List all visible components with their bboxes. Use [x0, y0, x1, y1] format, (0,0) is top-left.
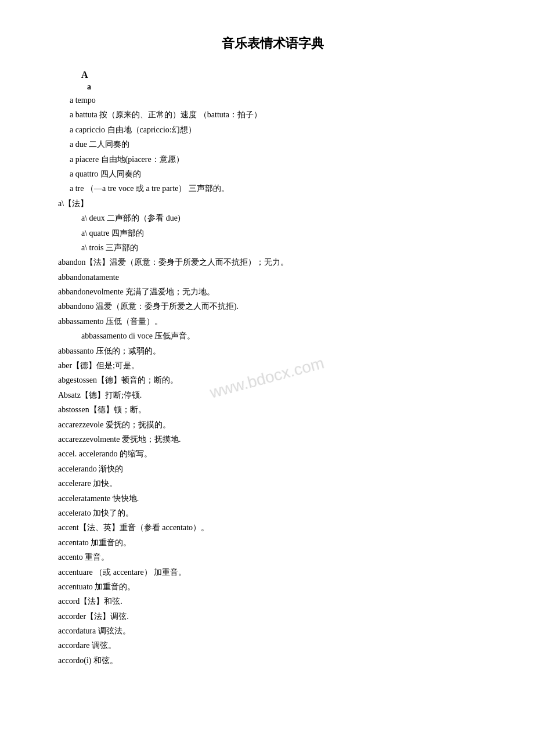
entry: a\ trois 三声部的: [81, 242, 488, 254]
entry: accelerando 渐快的: [58, 463, 488, 476]
entry: abbassanto 压低的；减弱的。: [58, 345, 488, 358]
entry: accordare 调弦。: [58, 639, 488, 652]
entry: a capriccio 自由地（capriccio:幻想）: [70, 124, 488, 136]
entry: abbassamento 压低（音量）。: [58, 315, 488, 328]
entry: abbandono 温爱（原意：委身于所爱之人而不抗拒).: [58, 300, 488, 313]
entry: a due 二人同奏的: [70, 138, 488, 151]
entry: abbassamento di voce 压低声音。: [81, 330, 488, 343]
entry: Absatz【德】打断;停顿.: [58, 389, 488, 402]
entry: accord【法】和弦.: [58, 595, 488, 608]
entry: abbandonevolmente 充满了温爱地；无力地。: [58, 286, 488, 298]
entry: a\【法】: [58, 197, 488, 210]
entry: aber【德】但是;可是。: [58, 359, 488, 372]
entry: accel. accelerando 的缩写。: [58, 448, 488, 460]
entry: abgestossen【德】顿音的；断的。: [58, 374, 488, 387]
section-letter: A: [81, 70, 488, 80]
entry: abstossen【德】顿；断。: [58, 404, 488, 416]
sub-letter: a: [87, 82, 488, 92]
entry: a quattro 四人同奏的: [70, 168, 488, 181]
entry: accento 重音。: [58, 551, 488, 564]
entry: accorder【法】调弦.: [58, 610, 488, 623]
entry: accent【法、英】重音（参看 accentato）。: [58, 521, 488, 534]
entry: a battuta 按（原来的、正常的）速度 （battuta：拍子）: [70, 109, 488, 121]
entry: accarezzevolmente 爱抚地；抚摸地.: [58, 433, 488, 446]
entry: abbandonatamente: [58, 271, 488, 284]
entry: accarezzevole 爱抚的；抚摸的。: [58, 419, 488, 431]
entry: a\ deux 二声部的（参看 due): [81, 212, 488, 225]
entry: a piacere 自由地(piacere：意愿）: [70, 153, 488, 166]
entry: accordo(i) 和弦。: [58, 654, 488, 667]
entry: accordatura 调弦法。: [58, 625, 488, 638]
content-area: Aaa tempoa battuta 按（原来的、正常的）速度 （battuta…: [58, 70, 488, 667]
entry: abandon【法】温爱（原意：委身于所爱之人而不抗拒）；无力。: [58, 256, 488, 269]
entry: a tempo: [70, 94, 488, 107]
entry: accelerare 加快。: [58, 477, 488, 490]
entry: accentuato 加重音的。: [58, 581, 488, 593]
entry: accentuare （或 accentare） 加重音。: [58, 566, 488, 579]
entry: a\ quatre 四声部的: [81, 227, 488, 240]
entry: accentato 加重音的。: [58, 537, 488, 549]
entry: a tre （—a tre voce 或 a tre parte） 三声部的。: [70, 182, 488, 195]
entry: acceleratamente 快快地.: [58, 492, 488, 505]
page-title: 音乐表情术语字典: [58, 35, 488, 52]
entry: accelerato 加快了的。: [58, 507, 488, 520]
